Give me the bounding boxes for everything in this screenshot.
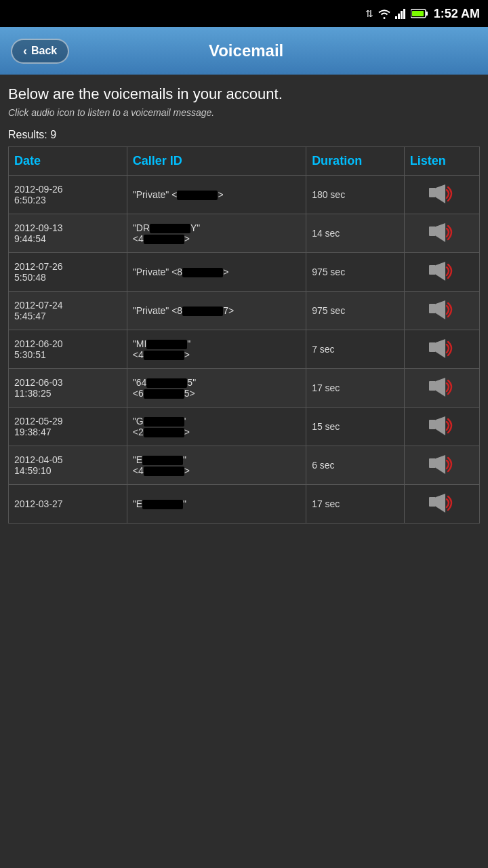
svg-rect-9 [429, 226, 436, 236]
page-title: Voicemail [69, 41, 423, 60]
svg-rect-21 [429, 458, 436, 468]
cell-listen [404, 485, 479, 524]
cell-date: 2012-07-265:50:48 [9, 253, 127, 292]
col-duration: Duration [306, 147, 405, 176]
cell-duration: 180 sec [306, 176, 405, 214]
cell-listen [404, 369, 479, 408]
redacted-block [150, 224, 190, 233]
play-audio-button[interactable] [427, 414, 457, 439]
redacted-block [144, 235, 184, 244]
wifi-icon [377, 8, 392, 19]
cell-callerid: "Private" <8 > [127, 253, 306, 292]
table-row: 2012-09-266:50:23"Private" < >180 sec [9, 176, 480, 214]
svg-rect-23 [429, 497, 436, 507]
cell-date: 2012-09-139:44:54 [9, 214, 127, 253]
cell-callerid: "MI "<4 > [127, 330, 306, 369]
svg-rect-11 [429, 265, 436, 275]
play-audio-button[interactable] [427, 298, 457, 323]
redacted-block [177, 191, 218, 200]
redacted-block [182, 307, 223, 316]
svg-marker-8 [436, 184, 445, 203]
svg-rect-19 [429, 420, 436, 429]
cell-listen [404, 292, 479, 330]
svg-rect-15 [429, 342, 436, 352]
status-bar: ⇅ 1:52 AM [0, 0, 488, 27]
cell-date: 2012-06-205:30:51 [9, 330, 127, 369]
svg-rect-7 [429, 188, 436, 197]
col-date: Date [9, 147, 127, 176]
svg-rect-13 [429, 304, 436, 313]
redacted-block [144, 428, 184, 437]
table-row: 2012-05-2919:38:47"G '<2 >15 sec [9, 408, 480, 446]
cell-listen [404, 253, 479, 292]
cell-duration: 7 sec [306, 330, 405, 369]
cell-callerid: "Private" < > [127, 176, 306, 214]
play-audio-button[interactable] [427, 492, 457, 516]
svg-marker-10 [436, 223, 445, 242]
play-audio-button[interactable] [427, 337, 457, 361]
svg-marker-20 [436, 416, 445, 435]
table-row: 2012-06-205:30:51"MI "<4 >7 sec [9, 330, 480, 369]
cell-callerid: "64 5"<6 5> [127, 369, 306, 408]
svg-marker-22 [436, 455, 445, 474]
cell-callerid: "G '<2 > [127, 408, 306, 446]
intro-main: Below are the voicemails in your account… [8, 85, 480, 103]
clock: 1:52 AM [434, 7, 480, 21]
back-label: Back [31, 45, 57, 57]
cell-callerid: "DR Y"<4 > [127, 214, 306, 253]
cell-date: 2012-09-266:50:23 [9, 176, 127, 214]
app-header: ‹ Back Voicemail [0, 27, 488, 75]
cell-date: 2012-04-0514:59:10 [9, 446, 127, 485]
svg-rect-5 [426, 12, 428, 16]
play-audio-button[interactable] [427, 260, 457, 284]
data-transfer-icon: ⇅ [365, 8, 373, 19]
play-audio-button[interactable] [427, 376, 457, 400]
table-row: 2012-07-245:45:47"Private" <8 7>975 sec [9, 292, 480, 330]
redacted-block [182, 268, 223, 277]
signal-icon [395, 8, 407, 19]
table-row: 2012-07-265:50:48"Private" <8 >975 sec [9, 253, 480, 292]
voicemail-table: Date Caller ID Duration Listen 2012-09-2… [8, 146, 480, 524]
play-audio-button[interactable] [427, 182, 457, 207]
play-audio-button[interactable] [427, 453, 457, 477]
cell-date: 2012-03-27 [9, 485, 127, 524]
col-callerid: Caller ID [127, 147, 306, 176]
table-row: 2012-09-139:44:54"DR Y"<4 >14 sec [9, 214, 480, 253]
cell-listen [404, 408, 479, 446]
cell-duration: 15 sec [306, 408, 405, 446]
status-icons: ⇅ [365, 8, 428, 19]
svg-marker-14 [436, 300, 445, 319]
redacted-block [142, 456, 183, 465]
svg-rect-0 [395, 16, 397, 19]
back-arrow-icon: ‹ [23, 44, 27, 58]
redacted-block [146, 340, 187, 349]
redacted-block [144, 389, 184, 399]
back-button[interactable]: ‹ Back [11, 39, 69, 64]
cell-duration: 17 sec [306, 485, 405, 524]
cell-date: 2012-05-2919:38:47 [9, 408, 127, 446]
svg-rect-2 [401, 11, 403, 19]
intro-sub: Click audio icon to listen to a voicemai… [8, 107, 480, 118]
redacted-block [142, 500, 183, 509]
svg-marker-18 [436, 378, 445, 397]
cell-date: 2012-07-245:45:47 [9, 292, 127, 330]
redacted-block [144, 351, 184, 360]
redacted-block [144, 417, 184, 427]
cell-duration: 14 sec [306, 214, 405, 253]
redacted-block [144, 467, 184, 476]
cell-callerid: "E "<4 > [127, 446, 306, 485]
svg-rect-17 [429, 381, 436, 391]
cell-listen [404, 446, 479, 485]
cell-duration: 975 sec [306, 253, 405, 292]
table-row: 2012-03-27"E "17 sec [9, 485, 480, 524]
svg-rect-6 [412, 11, 424, 16]
play-audio-button[interactable] [427, 221, 457, 245]
svg-marker-16 [436, 339, 445, 358]
table-row: 2012-06-0311:38:25"64 5"<6 5>17 sec [9, 369, 480, 408]
cell-date: 2012-06-0311:38:25 [9, 369, 127, 408]
svg-marker-24 [436, 494, 445, 513]
results-count: Results: 9 [8, 129, 480, 141]
svg-rect-1 [398, 14, 400, 19]
svg-marker-12 [436, 262, 445, 281]
cell-listen [404, 176, 479, 214]
